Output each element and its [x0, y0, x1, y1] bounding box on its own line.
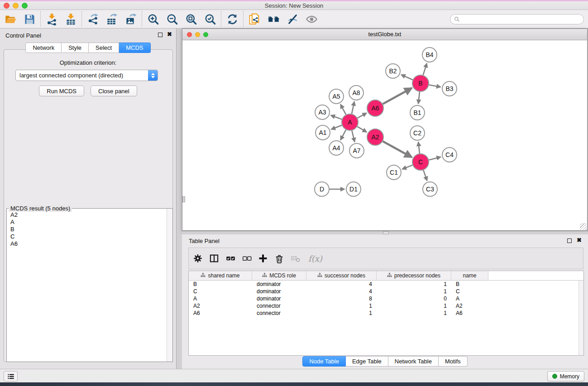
cell-successor-nodes[interactable]: 4 [306, 281, 377, 288]
save-icon[interactable] [22, 11, 37, 27]
cell-successor-nodes[interactable]: 1 [306, 310, 377, 317]
column-header-MCDS-role[interactable]: MCDS role [252, 271, 306, 280]
edge-B-B3[interactable] [429, 85, 441, 87]
export-image-icon[interactable] [123, 11, 139, 27]
cell-name[interactable]: A6 [451, 310, 488, 317]
cell-MCDS-role[interactable]: dominator [252, 295, 306, 302]
result-item[interactable]: A2 [7, 211, 166, 219]
cell-shared-name[interactable]: A2 [189, 302, 252, 310]
edge-B-B4[interactable] [423, 63, 427, 75]
run-mcds-button[interactable]: Run MCDS [39, 86, 84, 96]
tab-style[interactable]: Style [62, 43, 89, 53]
table-row[interactable]: Adominator80A [189, 295, 583, 302]
search-field[interactable] [450, 14, 584, 24]
zoom-selected-icon[interactable] [202, 11, 218, 27]
cell-MCDS-role[interactable]: dominator [252, 288, 306, 295]
select-all-icon[interactable] [225, 253, 236, 264]
dropdown-stepper-icon[interactable] [148, 70, 158, 81]
edge-B-B1[interactable] [418, 92, 420, 104]
tab-edge-table[interactable]: Edge Table [346, 356, 388, 367]
zoom-fit-icon[interactable] [183, 11, 199, 27]
show-panels-button[interactable] [4, 371, 18, 381]
edge-A-A6[interactable] [358, 113, 367, 118]
horizontal-split-divider[interactable] [182, 231, 588, 234]
function-builder-icon[interactable]: f(x) [308, 254, 322, 263]
close-panel-button[interactable]: Close panel [91, 86, 137, 96]
network-graph[interactable]: B4B2BB3A8A5A6A3B1AA1C2A2A4A7C4CC1C3DD1 [182, 40, 587, 230]
cell-predecessor-nodes[interactable]: 0 [377, 295, 451, 302]
edge-C-C1[interactable] [402, 165, 413, 169]
column-header-predecessor-nodes[interactable]: predecessor nodes [377, 271, 451, 280]
edge-A-A4[interactable] [340, 130, 346, 140]
tab-motifs[interactable]: Motifs [439, 356, 468, 367]
columns-icon[interactable] [209, 253, 220, 264]
import-network-icon[interactable] [44, 11, 59, 27]
node-table-scrollbar[interactable] [578, 281, 583, 355]
edge-A-A2[interactable] [357, 127, 367, 132]
tab-mcds[interactable]: MCDS [119, 43, 150, 53]
edge-A-A1[interactable] [331, 125, 342, 129]
result-item[interactable]: A [7, 219, 166, 226]
float-table-panel-icon[interactable] [567, 238, 572, 243]
horizontal-split-handle[interactable] [383, 231, 389, 234]
cell-name[interactable]: B [451, 281, 488, 288]
tab-network[interactable]: Network [25, 43, 62, 53]
edge-A-A3[interactable] [331, 115, 342, 119]
table-row[interactable]: Cdominator41C [189, 288, 583, 295]
cell-predecessor-nodes[interactable]: 1 [377, 288, 451, 295]
cell-name[interactable]: A2 [451, 302, 488, 310]
cell-successor-nodes[interactable]: 8 [306, 295, 377, 302]
cell-predecessor-nodes[interactable]: 1 [377, 302, 451, 310]
refresh-icon[interactable] [225, 11, 240, 27]
tab-network-table[interactable]: Network Table [388, 356, 439, 367]
cell-shared-name[interactable]: B [189, 281, 252, 288]
cell-name[interactable]: C [451, 288, 488, 295]
export-network-icon[interactable] [85, 11, 100, 27]
edge-C-C2[interactable] [418, 142, 420, 153]
delete-icon[interactable] [274, 253, 285, 264]
tab-node-table[interactable]: Node Table [302, 356, 346, 367]
export-table-icon[interactable] [104, 11, 120, 27]
gear-icon[interactable] [192, 253, 203, 264]
edge-C-C4[interactable] [429, 157, 440, 160]
eye-icon[interactable] [304, 11, 319, 27]
deselect-all-icon[interactable] [241, 253, 252, 264]
add-icon[interactable] [258, 253, 268, 264]
import-table-icon[interactable] [63, 11, 78, 27]
edge-A-A7[interactable] [352, 131, 354, 142]
cell-predecessor-nodes[interactable]: 1 [377, 310, 451, 317]
table-row[interactable]: Bdominator41B [189, 281, 583, 288]
cell-shared-name[interactable]: A6 [189, 310, 252, 317]
table-row[interactable]: A2connector11A2 [189, 302, 583, 310]
edge-A-A8[interactable] [352, 102, 354, 114]
cell-successor-nodes[interactable]: 1 [306, 302, 377, 310]
edge-C-C3[interactable] [423, 170, 427, 181]
open-file-icon[interactable] [3, 11, 18, 27]
cell-successor-nodes[interactable]: 4 [306, 288, 377, 295]
result-list-scrollbar[interactable] [167, 209, 172, 362]
cell-shared-name[interactable]: C [189, 288, 252, 295]
column-header-name[interactable]: name [451, 271, 488, 280]
edge-B-B2[interactable] [401, 75, 412, 80]
memory-button[interactable]: Memory [547, 371, 584, 381]
window-resize-grip[interactable] [580, 223, 587, 230]
result-item[interactable]: C [7, 233, 166, 240]
network-window-titlebar[interactable]: testGlobe.txt [182, 29, 587, 40]
zoom-in-icon[interactable] [145, 11, 161, 27]
edge-A6-B[interactable] [383, 88, 412, 104]
float-panel-icon[interactable] [158, 33, 163, 37]
network-canvas[interactable]: B4B2BB3A8A5A6A3B1AA1C2A2A4A7C4CC1C3DD1 [182, 40, 587, 230]
cell-MCDS-role[interactable]: connector [252, 310, 306, 317]
tab-select[interactable]: Select [89, 43, 119, 53]
table-row[interactable]: A6connector11A6 [189, 310, 583, 317]
cell-MCDS-role[interactable]: dominator [252, 281, 306, 288]
result-item[interactable]: B [7, 226, 166, 233]
edge-A2-C[interactable] [383, 141, 412, 157]
search-input[interactable] [462, 16, 580, 23]
edge-A-A5[interactable] [340, 105, 346, 115]
zoom-out-icon[interactable] [164, 11, 180, 27]
network-file-icon[interactable] [247, 11, 262, 27]
optimization-criterion-dropdown[interactable]: largest connected component (directed) [15, 70, 158, 81]
column-header-successor-nodes[interactable]: successor nodes [306, 271, 377, 280]
home-icon[interactable] [266, 11, 281, 27]
